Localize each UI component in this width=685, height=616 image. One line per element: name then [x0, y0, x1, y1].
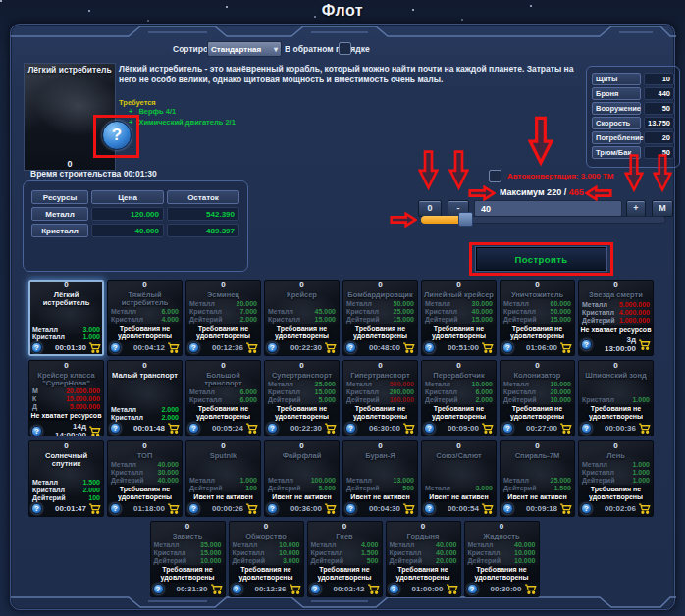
info-icon[interactable]: ?	[345, 423, 356, 434]
ship-card[interactable]: 0 Буран-Я Металл13.000Дейтерий500 Ивент …	[342, 440, 418, 517]
info-icon[interactable]: ?	[581, 339, 592, 350]
cart-icon[interactable]	[367, 584, 380, 594]
cart-icon[interactable]	[481, 423, 494, 434]
info-icon[interactable]: ?	[581, 503, 592, 514]
info-icon[interactable]: ?	[31, 342, 42, 353]
cart-icon[interactable]	[559, 503, 572, 514]
info-icon[interactable]: ?	[345, 503, 356, 514]
ship-card[interactable]: 0 Файрфлай Металл100.000Дейтерий5.000 Ив…	[264, 440, 340, 517]
info-icon[interactable]: ?	[345, 342, 356, 353]
info-icon[interactable]: ?	[188, 342, 199, 353]
cart-icon[interactable]	[402, 503, 415, 514]
info-icon[interactable]: ?	[110, 423, 121, 434]
info-icon[interactable]: ?	[31, 426, 42, 436]
cart-icon[interactable]	[324, 423, 337, 434]
info-icon[interactable]: ?	[424, 342, 435, 353]
ship-card[interactable]: 0 Зависть Металл35.000Кристалл15.000Дейт…	[150, 521, 226, 597]
ship-card[interactable]: 0 Солнечный спутник Металл1.500Кристалл2…	[28, 440, 104, 517]
info-icon[interactable]: ?	[424, 503, 435, 514]
info-icon[interactable]: ?	[502, 423, 513, 434]
resource-label: Металл	[582, 461, 632, 469]
info-icon[interactable]: ?	[467, 584, 478, 594]
cart-icon[interactable]	[245, 503, 258, 514]
cart-icon[interactable]	[524, 584, 537, 594]
info-icon[interactable]: ?	[502, 503, 513, 514]
cart-icon[interactable]	[446, 584, 458, 594]
quantity-input[interactable]	[474, 200, 622, 217]
info-icon[interactable]: ?	[267, 423, 278, 434]
cart-icon[interactable]	[88, 503, 101, 514]
info-icon[interactable]: ?	[153, 584, 164, 594]
cart-icon[interactable]	[402, 423, 415, 434]
ship-card[interactable]: 0 Гордыня Металл40.000Кристалл40.000Дейт…	[386, 521, 461, 597]
cart-icon[interactable]	[481, 503, 494, 514]
cart-icon[interactable]	[638, 339, 651, 350]
ship-card[interactable]: 0 Гнев Металл4.000Кристалл1.500Дейтерий5…	[307, 521, 383, 597]
cart-icon[interactable]	[324, 503, 337, 514]
slider-handle[interactable]	[458, 212, 473, 227]
ship-card[interactable]: 0 Бомбардировщик Металл50.000Кристалл25.…	[342, 280, 418, 356]
ship-card[interactable]: 0 Лёгкий истребитель Металл3.000Кристалл…	[28, 280, 104, 356]
cart-icon[interactable]	[638, 423, 651, 434]
ship-card[interactable]: 0 Малый транспорт Металл2.000Кристалл2.0…	[107, 360, 183, 436]
sort-select[interactable]: Стандартная ▾	[207, 41, 282, 57]
cart-icon[interactable]	[210, 584, 223, 594]
info-icon[interactable]: ?	[310, 584, 321, 594]
ship-card[interactable]: 0 Крейсер Металл45.000Кристалл15.000 Тре…	[264, 280, 340, 356]
info-icon[interactable]: ?	[267, 503, 278, 514]
max-button[interactable]: M	[652, 200, 673, 217]
info-icon[interactable]: ?	[502, 342, 513, 353]
cart-icon[interactable]	[559, 342, 572, 353]
cart-icon[interactable]	[167, 503, 180, 514]
cart-icon[interactable]	[402, 342, 415, 353]
info-icon[interactable]: ?	[110, 342, 121, 353]
info-icon[interactable]: ?	[267, 342, 278, 353]
info-icon[interactable]: ?	[188, 503, 199, 514]
ship-card[interactable]: 0 Большой транспорт Металл6.000Кристалл6…	[185, 360, 261, 436]
cart-icon[interactable]	[88, 426, 101, 436]
card-footer: ? 00:01:48	[108, 422, 182, 436]
ship-card[interactable]: 0 Крейсер класса "СуперНова" М20.000.000…	[28, 360, 104, 436]
cart-icon[interactable]	[559, 423, 572, 434]
autoconvert-checkbox[interactable]	[489, 170, 501, 182]
cart-icon[interactable]	[245, 423, 258, 434]
ship-card[interactable]: 0 Тяжёлый истребитель Металл6.000Кристал…	[107, 280, 183, 356]
ship-card[interactable]: 0 Лень Металл1.000Кристалл1.000Дейтерий1…	[578, 440, 654, 517]
cart-icon[interactable]	[245, 342, 258, 353]
resource-label: Кристалл	[468, 549, 515, 557]
info-icon[interactable]: ?	[232, 584, 242, 594]
cart-icon[interactable]	[481, 342, 494, 353]
ship-card[interactable]: 0 Гипертранспорт Металл500.000Кристалл20…	[342, 360, 418, 436]
info-icon[interactable]: ?	[188, 423, 199, 434]
ship-card[interactable]: 0 Жадность Металл40.000Кристалл10.000Дей…	[464, 521, 540, 597]
ship-card[interactable]: 0 Эсминец Металл20.000Кристалл7.000Дейте…	[185, 280, 261, 356]
ship-card[interactable]: 0 Переработчик Металл10.000Кристалл6.000…	[421, 360, 497, 436]
ship-card[interactable]: 0 Союз/Салют Металл3.000 Ивент не активе…	[421, 440, 497, 517]
info-icon[interactable]: ?	[31, 503, 42, 514]
ship-card[interactable]: 0 Линейный крейсер Металл30.000Кристалл4…	[421, 280, 497, 356]
cart-icon[interactable]	[638, 503, 651, 514]
ship-card[interactable]: 0 Шпионский зонд Кристалл1.000 Требовани…	[578, 360, 654, 436]
info-icon[interactable]: ?	[581, 423, 592, 434]
plus-button[interactable]: +	[626, 200, 646, 217]
cart-icon[interactable]	[289, 584, 301, 594]
cart-icon[interactable]	[167, 342, 180, 353]
build-button[interactable]: Построить	[476, 247, 606, 271]
ship-card[interactable]: 0 Уничтожитель Металл60.000Кристалл50.00…	[500, 280, 575, 356]
ship-card[interactable]: 0 ТОП Металл40.000Кристалл30.000Дейтерий…	[107, 440, 183, 517]
info-icon[interactable]: ?	[110, 503, 121, 514]
info-icon[interactable]: ?	[389, 584, 399, 594]
reverse-order-checkbox[interactable]	[339, 42, 351, 55]
info-icon[interactable]: ?	[424, 423, 435, 434]
ship-card[interactable]: 0 Супертранспорт Металл25.000Кристалл15.…	[264, 360, 340, 436]
ship-card[interactable]: 0 Колонизатор Металл10.000Кристалл20.000…	[500, 360, 575, 436]
ship-card[interactable]: 0 Обжорство Металл10.000Кристалл10.000Де…	[229, 521, 304, 597]
cart-icon[interactable]	[324, 342, 337, 353]
ship-card[interactable]: 0 Спираль-7М Металл25.000Дейтерий1.500 И…	[500, 440, 575, 517]
zero-button[interactable]: 0	[418, 200, 442, 217]
resource-label: Кристалл	[268, 316, 315, 324]
cart-icon[interactable]	[88, 342, 101, 353]
cart-icon[interactable]	[167, 423, 180, 434]
ship-card[interactable]: 0 Звезда смерти Металл5.000.000Кристалл4…	[578, 280, 654, 356]
ship-card[interactable]: 0 Sputnik Металл1.000Дейтерий100 Ивент н…	[185, 440, 261, 517]
